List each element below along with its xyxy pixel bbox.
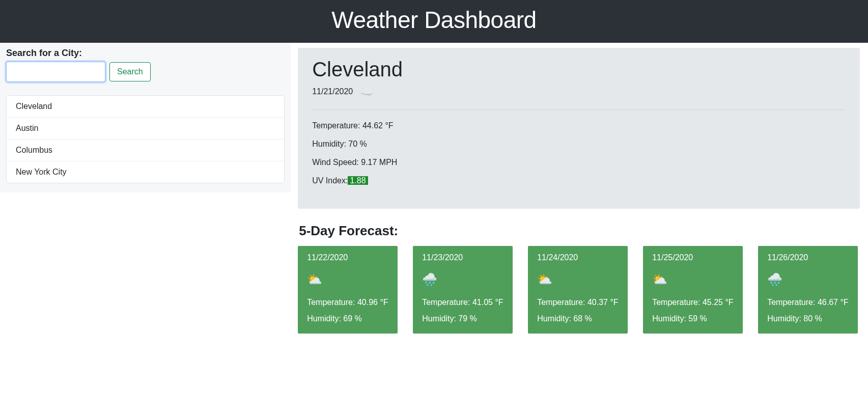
main-content: Cleveland 11/21/2020 ☁️ Temperature: 44.… bbox=[291, 43, 868, 344]
wind-value: 9.17 MPH bbox=[361, 158, 397, 167]
forecast-card: 11/24/2020 ⛅ Temperature: 40.37 °F Humid… bbox=[528, 246, 628, 334]
search-history-list: Cleveland Austin Columbus New York City bbox=[6, 95, 285, 183]
current-wind: Wind Speed: 9.17 MPH bbox=[312, 158, 846, 167]
current-temperature: Temperature: 44.62 °F bbox=[312, 121, 846, 130]
forecast-card: 11/22/2020 ⛅ Temperature: 40.96 °F Humid… bbox=[298, 246, 398, 334]
forecast-humidity: Humidity: 59 % bbox=[652, 314, 734, 323]
forecast-date: 11/22/2020 bbox=[307, 253, 388, 262]
forecast-humidity: Humidity: 80 % bbox=[767, 314, 849, 323]
search-row: Search bbox=[6, 62, 285, 82]
temp-label: Temperature: bbox=[312, 121, 360, 130]
divider bbox=[312, 109, 846, 110]
forecast-title: 5-Day Forecast: bbox=[299, 223, 860, 239]
cloud-icon: ☁️ bbox=[360, 85, 374, 98]
current-weather-card: Cleveland 11/21/2020 ☁️ Temperature: 44.… bbox=[298, 48, 860, 209]
forecast-card: 11/25/2020 ⛅ Temperature: 45.25 °F Humid… bbox=[643, 246, 743, 334]
forecast-temp: Temperature: 41.05 °F bbox=[422, 298, 503, 307]
forecast-humidity: Humidity: 79 % bbox=[422, 314, 503, 323]
forecast-humidity: Humidity: 69 % bbox=[307, 314, 388, 323]
current-city-name: Cleveland bbox=[312, 58, 846, 81]
cloud-icon: ⛅ bbox=[652, 272, 734, 287]
current-date-row: 11/21/2020 ☁️ bbox=[312, 85, 846, 98]
cloud-icon: ⛅ bbox=[307, 272, 388, 287]
rain-icon: 🌧️ bbox=[767, 272, 849, 287]
forecast-date: 11/25/2020 bbox=[652, 253, 734, 262]
forecast-temp: Temperature: 40.96 °F bbox=[307, 298, 388, 307]
forecast-card: 11/26/2020 🌧️ Temperature: 46.67 °F Humi… bbox=[758, 246, 858, 334]
search-button[interactable]: Search bbox=[109, 62, 151, 81]
current-uv: UV Index:1.88 bbox=[312, 176, 846, 185]
current-humidity: Humidity: 70 % bbox=[312, 140, 846, 149]
forecast-row: 11/22/2020 ⛅ Temperature: 40.96 °F Humid… bbox=[298, 246, 860, 334]
sidebar: Search for a City: Search Cleveland Aust… bbox=[0, 43, 291, 192]
history-item[interactable]: New York City bbox=[7, 161, 284, 183]
humidity-label: Humidity: bbox=[312, 140, 346, 148]
forecast-card: 11/23/2020 🌧️ Temperature: 41.05 °F Humi… bbox=[413, 246, 513, 334]
rain-icon: 🌧️ bbox=[422, 272, 503, 287]
forecast-temp: Temperature: 40.37 °F bbox=[537, 298, 619, 307]
forecast-temp: Temperature: 46.67 °F bbox=[767, 298, 849, 307]
history-item[interactable]: Cleveland bbox=[7, 96, 284, 118]
uv-badge: 1.88 bbox=[348, 176, 368, 185]
temp-value: 44.62 °F bbox=[362, 121, 394, 130]
history-item[interactable]: Austin bbox=[7, 118, 284, 140]
forecast-date: 11/26/2020 bbox=[767, 253, 849, 262]
page-header: Weather Dashboard bbox=[0, 0, 868, 43]
forecast-humidity: Humidity: 68 % bbox=[537, 314, 619, 323]
wind-label: Wind Speed: bbox=[312, 158, 359, 167]
uv-label: UV Index: bbox=[312, 176, 348, 185]
cloud-icon: ⛅ bbox=[537, 272, 619, 287]
search-label: Search for a City: bbox=[6, 48, 285, 59]
forecast-date: 11/23/2020 bbox=[422, 253, 503, 262]
forecast-temp: Temperature: 45.25 °F bbox=[652, 298, 734, 307]
current-date: 11/21/2020 bbox=[312, 87, 353, 96]
page-title: Weather Dashboard bbox=[0, 6, 868, 34]
history-item[interactable]: Columbus bbox=[7, 140, 284, 161]
city-search-input[interactable] bbox=[6, 62, 105, 82]
humidity-value: 70 % bbox=[348, 140, 367, 148]
forecast-date: 11/24/2020 bbox=[537, 253, 619, 262]
